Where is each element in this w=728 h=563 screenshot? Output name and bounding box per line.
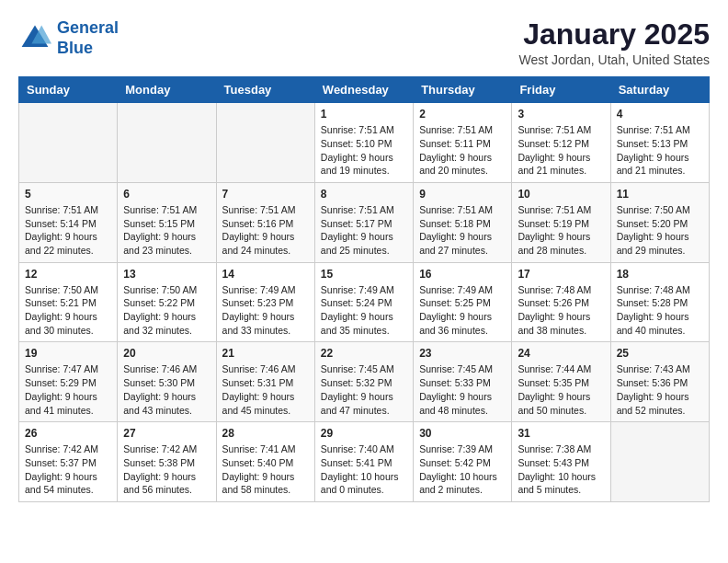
- day-info: Sunrise: 7:51 AM Sunset: 5:13 PM Dayligh…: [617, 123, 703, 178]
- day-number: 11: [617, 188, 703, 201]
- day-info: Sunrise: 7:51 AM Sunset: 5:18 PM Dayligh…: [419, 203, 506, 258]
- calendar-cell: 2Sunrise: 7:51 AM Sunset: 5:11 PM Daylig…: [414, 103, 512, 183]
- week-row-2: 5Sunrise: 7:51 AM Sunset: 5:14 PM Daylig…: [19, 182, 710, 262]
- weekday-header-saturday: Saturday: [610, 77, 709, 103]
- weekday-header-sunday: Sunday: [19, 77, 118, 103]
- day-number: 17: [518, 268, 604, 281]
- calendar-cell: 8Sunrise: 7:51 AM Sunset: 5:17 PM Daylig…: [314, 182, 413, 262]
- calendar-cell: 28Sunrise: 7:41 AM Sunset: 5:40 PM Dayli…: [216, 422, 314, 502]
- calendar-cell: 19Sunrise: 7:47 AM Sunset: 5:29 PM Dayli…: [19, 342, 118, 422]
- calendar-cell: 12Sunrise: 7:50 AM Sunset: 5:21 PM Dayli…: [19, 262, 118, 342]
- day-info: Sunrise: 7:51 AM Sunset: 5:11 PM Dayligh…: [419, 123, 506, 178]
- day-number: 7: [222, 188, 309, 201]
- day-number: 12: [25, 268, 111, 281]
- calendar-cell: [118, 103, 216, 183]
- day-number: 9: [419, 188, 506, 201]
- day-number: 30: [419, 427, 506, 440]
- day-number: 29: [321, 427, 407, 440]
- day-number: 24: [518, 347, 604, 360]
- day-number: 5: [25, 188, 111, 201]
- calendar-cell: 17Sunrise: 7:48 AM Sunset: 5:26 PM Dayli…: [512, 262, 610, 342]
- day-info: Sunrise: 7:48 AM Sunset: 5:28 PM Dayligh…: [617, 283, 703, 338]
- week-row-4: 19Sunrise: 7:47 AM Sunset: 5:29 PM Dayli…: [19, 342, 710, 422]
- day-info: Sunrise: 7:51 AM Sunset: 5:16 PM Dayligh…: [222, 203, 309, 258]
- calendar-cell: 21Sunrise: 7:46 AM Sunset: 5:31 PM Dayli…: [216, 342, 314, 422]
- day-number: 16: [419, 268, 506, 281]
- day-info: Sunrise: 7:47 AM Sunset: 5:29 PM Dayligh…: [25, 362, 111, 417]
- day-number: 6: [123, 188, 210, 201]
- weekday-header-tuesday: Tuesday: [216, 77, 314, 103]
- day-number: 19: [25, 347, 111, 360]
- calendar-cell: 6Sunrise: 7:51 AM Sunset: 5:15 PM Daylig…: [118, 182, 216, 262]
- day-info: Sunrise: 7:41 AM Sunset: 5:40 PM Dayligh…: [222, 442, 309, 497]
- day-number: 26: [25, 427, 111, 440]
- calendar-cell: 11Sunrise: 7:50 AM Sunset: 5:20 PM Dayli…: [610, 182, 709, 262]
- day-number: 13: [123, 268, 210, 281]
- calendar-cell: 26Sunrise: 7:42 AM Sunset: 5:37 PM Dayli…: [19, 422, 118, 502]
- day-number: 15: [321, 268, 407, 281]
- logo-text: General Blue: [57, 18, 119, 58]
- day-number: 20: [123, 347, 210, 360]
- calendar-cell: 18Sunrise: 7:48 AM Sunset: 5:28 PM Dayli…: [610, 262, 709, 342]
- day-info: Sunrise: 7:49 AM Sunset: 5:23 PM Dayligh…: [222, 283, 309, 338]
- calendar-cell: [19, 103, 118, 183]
- calendar-cell: 7Sunrise: 7:51 AM Sunset: 5:16 PM Daylig…: [216, 182, 314, 262]
- calendar-cell: 4Sunrise: 7:51 AM Sunset: 5:13 PM Daylig…: [610, 103, 709, 183]
- day-number: 4: [617, 108, 703, 121]
- calendar-cell: 16Sunrise: 7:49 AM Sunset: 5:25 PM Dayli…: [414, 262, 512, 342]
- day-number: 22: [321, 347, 407, 360]
- day-info: Sunrise: 7:38 AM Sunset: 5:43 PM Dayligh…: [518, 442, 604, 497]
- day-number: 27: [123, 427, 210, 440]
- day-info: Sunrise: 7:42 AM Sunset: 5:38 PM Dayligh…: [123, 442, 210, 497]
- calendar-cell: 25Sunrise: 7:43 AM Sunset: 5:36 PM Dayli…: [610, 342, 709, 422]
- day-info: Sunrise: 7:46 AM Sunset: 5:30 PM Dayligh…: [123, 362, 210, 417]
- day-info: Sunrise: 7:50 AM Sunset: 5:20 PM Dayligh…: [617, 203, 703, 258]
- page-header: General Blue January 2025 West Jordan, U…: [18, 18, 710, 67]
- day-info: Sunrise: 7:45 AM Sunset: 5:33 PM Dayligh…: [419, 362, 506, 417]
- day-number: 10: [518, 188, 604, 201]
- day-info: Sunrise: 7:40 AM Sunset: 5:41 PM Dayligh…: [321, 442, 407, 497]
- calendar-cell: 1Sunrise: 7:51 AM Sunset: 5:10 PM Daylig…: [314, 103, 413, 183]
- day-number: 18: [617, 268, 703, 281]
- day-number: 25: [617, 347, 703, 360]
- calendar-cell: 30Sunrise: 7:39 AM Sunset: 5:42 PM Dayli…: [414, 422, 512, 502]
- calendar-cell: 27Sunrise: 7:42 AM Sunset: 5:38 PM Dayli…: [118, 422, 216, 502]
- weekday-header-monday: Monday: [118, 77, 216, 103]
- day-info: Sunrise: 7:49 AM Sunset: 5:24 PM Dayligh…: [321, 283, 407, 338]
- calendar-cell: 15Sunrise: 7:49 AM Sunset: 5:24 PM Dayli…: [314, 262, 413, 342]
- day-number: 14: [222, 268, 309, 281]
- day-info: Sunrise: 7:50 AM Sunset: 5:22 PM Dayligh…: [123, 283, 210, 338]
- day-info: Sunrise: 7:51 AM Sunset: 5:19 PM Dayligh…: [518, 203, 604, 258]
- calendar-cell: [216, 103, 314, 183]
- calendar-cell: 24Sunrise: 7:44 AM Sunset: 5:35 PM Dayli…: [512, 342, 610, 422]
- calendar-cell: 31Sunrise: 7:38 AM Sunset: 5:43 PM Dayli…: [512, 422, 610, 502]
- day-number: 3: [518, 108, 604, 121]
- calendar-cell: 29Sunrise: 7:40 AM Sunset: 5:41 PM Dayli…: [314, 422, 413, 502]
- day-info: Sunrise: 7:51 AM Sunset: 5:17 PM Dayligh…: [321, 203, 407, 258]
- day-number: 21: [222, 347, 309, 360]
- weekday-header-row: SundayMondayTuesdayWednesdayThursdayFrid…: [19, 77, 710, 103]
- day-info: Sunrise: 7:48 AM Sunset: 5:26 PM Dayligh…: [518, 283, 604, 338]
- day-info: Sunrise: 7:49 AM Sunset: 5:25 PM Dayligh…: [419, 283, 506, 338]
- day-info: Sunrise: 7:50 AM Sunset: 5:21 PM Dayligh…: [25, 283, 111, 338]
- week-row-5: 26Sunrise: 7:42 AM Sunset: 5:37 PM Dayli…: [19, 422, 710, 502]
- day-info: Sunrise: 7:42 AM Sunset: 5:37 PM Dayligh…: [25, 442, 111, 497]
- calendar-table: SundayMondayTuesdayWednesdayThursdayFrid…: [18, 76, 710, 502]
- day-info: Sunrise: 7:39 AM Sunset: 5:42 PM Dayligh…: [419, 442, 506, 497]
- logo-line2: Blue: [57, 39, 93, 57]
- day-number: 31: [518, 427, 604, 440]
- calendar-cell: 13Sunrise: 7:50 AM Sunset: 5:22 PM Dayli…: [118, 262, 216, 342]
- day-info: Sunrise: 7:45 AM Sunset: 5:32 PM Dayligh…: [321, 362, 407, 417]
- day-info: Sunrise: 7:51 AM Sunset: 5:14 PM Dayligh…: [25, 203, 111, 258]
- calendar-cell: 14Sunrise: 7:49 AM Sunset: 5:23 PM Dayli…: [216, 262, 314, 342]
- day-info: Sunrise: 7:51 AM Sunset: 5:10 PM Dayligh…: [321, 123, 407, 178]
- calendar-cell: 22Sunrise: 7:45 AM Sunset: 5:32 PM Dayli…: [314, 342, 413, 422]
- title-section: January 2025 West Jordan, Utah, United S…: [518, 18, 710, 67]
- logo-icon: [18, 22, 51, 55]
- calendar-cell: [610, 422, 709, 502]
- day-info: Sunrise: 7:51 AM Sunset: 5:12 PM Dayligh…: [518, 123, 604, 178]
- week-row-1: 1Sunrise: 7:51 AM Sunset: 5:10 PM Daylig…: [19, 103, 710, 183]
- logo-line1: General: [57, 18, 119, 37]
- day-info: Sunrise: 7:43 AM Sunset: 5:36 PM Dayligh…: [617, 362, 703, 417]
- logo: General Blue: [18, 18, 119, 58]
